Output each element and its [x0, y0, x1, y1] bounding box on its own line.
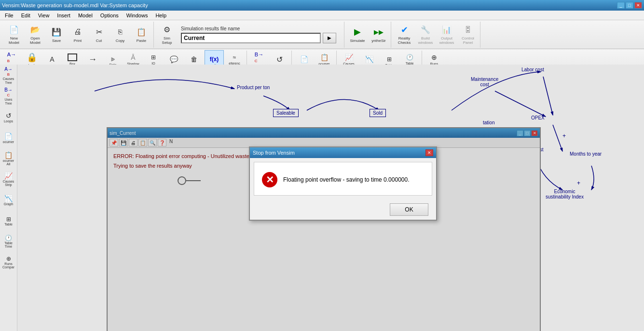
document-icon: 📄 [300, 55, 308, 63]
file-group: 📄 NewModel 📂 OpenModel 💾 Save 🖨 Print ✂ … [2, 22, 154, 48]
delete-icon: 🗑 [191, 55, 197, 63]
sidebar-runs-compare[interactable]: ⊕ RunsCompar [0, 252, 17, 273]
sidebar-uses-tree[interactable]: B→C UsesTree [0, 86, 17, 106]
sidebar-document-all-label: ocumerAll [3, 159, 14, 166]
menu-insert[interactable]: Insert [53, 12, 74, 19]
control-panel-button[interactable]: 🎛 ControlPanel [458, 23, 478, 47]
open-model-icon: 📂 [29, 24, 41, 36]
sim-input-row: ▶ [181, 33, 339, 43]
main-toolbar: 📄 NewModel 📂 OpenModel 💾 Save 🖨 Print ✂ … [0, 20, 644, 49]
sidebar-causes-strip-icon: 📈 [4, 172, 13, 179]
sidebar-causes-strip[interactable]: 📈 CausesStrip [0, 170, 17, 190]
io-object-icon: ⊞ [151, 54, 156, 61]
sim-setup-button[interactable]: ⚙ SimSetup [157, 23, 177, 47]
sidebar-loops-label: Loops [4, 119, 13, 123]
table-icon: ⊞ [387, 56, 392, 63]
copy-label: Copy [116, 39, 125, 43]
main-canvas: + + Product per ton Saleable Sold Labor … [17, 65, 644, 331]
sidebar-uses-tree-label: UsesTree [5, 98, 13, 105]
simulate-button[interactable]: Simulate [347, 23, 368, 47]
maximize-btn[interactable]: □ [626, 2, 633, 9]
modal-ok-label: OK [405, 206, 413, 213]
modal-close-btn[interactable]: ✕ [425, 149, 433, 156]
modal-message-row: ✕ Floating point overflow - saving to ti… [262, 172, 424, 187]
synth-sim-button[interactable]: ▶▶ yntheSir [369, 23, 389, 47]
sidebar-table-time-icon: 🕐 [5, 235, 12, 241]
save-icon: 💾 [51, 26, 62, 38]
new-model-label: NewModel [9, 37, 19, 45]
modal-ok-button[interactable]: OK [390, 203, 428, 216]
sidebar-causes-tree[interactable]: A→B CausesTree [0, 66, 17, 86]
build-windows-label: Buildwindows [418, 37, 433, 45]
modal-message: Floating point overflow - saving to time… [283, 176, 409, 183]
reality-checks-button[interactable]: ✔ RealityChecks [394, 23, 414, 47]
copy-icon: ⎘ [114, 26, 126, 38]
sidebar-graph-label: Graph [4, 202, 13, 206]
sidebar-document-label: ocumer [3, 140, 14, 144]
menu-windows[interactable]: Windows [123, 12, 152, 19]
sidebar-document-all[interactable]: 📋 ocumerAll [0, 149, 17, 169]
modal-titlebar: Stop from Vensim ✕ [250, 147, 436, 158]
sidebar-loops-icon: ↺ [6, 112, 12, 119]
menu-file[interactable]: File [1, 12, 17, 19]
cut-button[interactable]: ✂ Cut [89, 23, 109, 47]
title-bar: Vensim:Waste generation sub-model.mdl Va… [0, 0, 644, 11]
sidebar-table[interactable]: ⊞ Table [0, 211, 17, 231]
new-model-button[interactable]: 📄 NewModel [4, 23, 24, 47]
open-model-button[interactable]: 📂 OpenModel [25, 23, 45, 47]
sidebar-table-time[interactable]: 🕐 TableTime [0, 232, 17, 252]
analysis-group: ✔ RealityChecks 🔧 Buildwindows 📊 Outputw… [392, 22, 480, 48]
browse-button[interactable]: ▶ [323, 33, 336, 43]
sidebar-table-icon: ⊞ [6, 216, 11, 222]
sidebar-runs-compare-icon: ⊕ [6, 256, 11, 262]
sidebar-causes-tree-icon: A→B [4, 67, 13, 77]
sidebar-graph-icon: 📉 [4, 195, 13, 202]
simulate-group: Simulate ▶▶ yntheSir [345, 22, 391, 48]
minimize-btn[interactable]: _ [617, 2, 625, 9]
save-button[interactable]: 💾 Save [46, 23, 67, 47]
menu-bar: File Edit View Insert Model Options Wind… [0, 11, 644, 20]
reality-checks-icon: ✔ [398, 24, 410, 36]
equation-icon: f(x) [210, 56, 219, 63]
menu-edit[interactable]: Edit [17, 12, 34, 19]
close-btn[interactable]: ✕ [634, 2, 642, 9]
menu-help[interactable]: Help [151, 12, 170, 19]
sidebar-document[interactable]: 📄 ocumer [0, 128, 17, 148]
output-windows-button[interactable]: 📊 Outputwindows [437, 23, 457, 47]
document-all-icon: 📋 [320, 53, 329, 61]
synth-sim-label: yntheSir [371, 39, 385, 43]
simulate-icon [352, 26, 363, 38]
runs-compare-icon: ⊕ [431, 53, 437, 61]
sidebar-uses-tree-icon: B→C [4, 88, 13, 97]
graph-icon: 📉 [365, 55, 373, 63]
variable-icon: A [50, 55, 54, 63]
build-windows-icon: 🔧 [420, 24, 431, 36]
reference-mode-icon: ≈ [233, 54, 236, 61]
uses-tree-icon: B→C [255, 52, 263, 63]
copy-button[interactable]: ⎘ Copy [110, 23, 130, 47]
paste-button[interactable]: 📋 Paste [131, 23, 151, 47]
sidebar-causes-tree-label: CausesTree [3, 77, 14, 84]
menu-options[interactable]: Options [96, 12, 123, 19]
menu-model[interactable]: Model [74, 12, 96, 19]
causes-tree-tool-icon: A→B [7, 52, 16, 63]
build-windows-button[interactable]: 🔧 Buildwindows [415, 23, 436, 47]
modal-error-icon: ✕ [262, 172, 277, 187]
sidebar-causes-strip-label: CausesStrip [3, 180, 14, 187]
menu-view[interactable]: View [34, 12, 54, 19]
control-panel-label: ControlPanel [462, 37, 474, 45]
print-icon: 🖨 [72, 26, 83, 38]
left-sidebar: A→B CausesTree B→C UsesTree ↺ Loops 📄 oc… [0, 65, 17, 331]
paste-label: Paste [137, 39, 146, 43]
new-model-icon: 📄 [8, 24, 20, 36]
sim-file-input[interactable] [181, 33, 321, 43]
sidebar-table-label: Table [4, 223, 13, 226]
sim-group: ⚙ SimSetup Simulation results file name … [155, 22, 344, 48]
comment-icon: 💬 [170, 55, 178, 63]
control-panel-icon: 🎛 [462, 24, 474, 36]
sidebar-loops[interactable]: ↺ Loops [0, 107, 17, 128]
cut-label: Cut [96, 39, 102, 43]
print-button[interactable]: 🖨 Print [68, 23, 88, 47]
synth-sim-icon: ▶▶ [373, 26, 384, 38]
sidebar-graph[interactable]: 📉 Graph [0, 190, 17, 211]
